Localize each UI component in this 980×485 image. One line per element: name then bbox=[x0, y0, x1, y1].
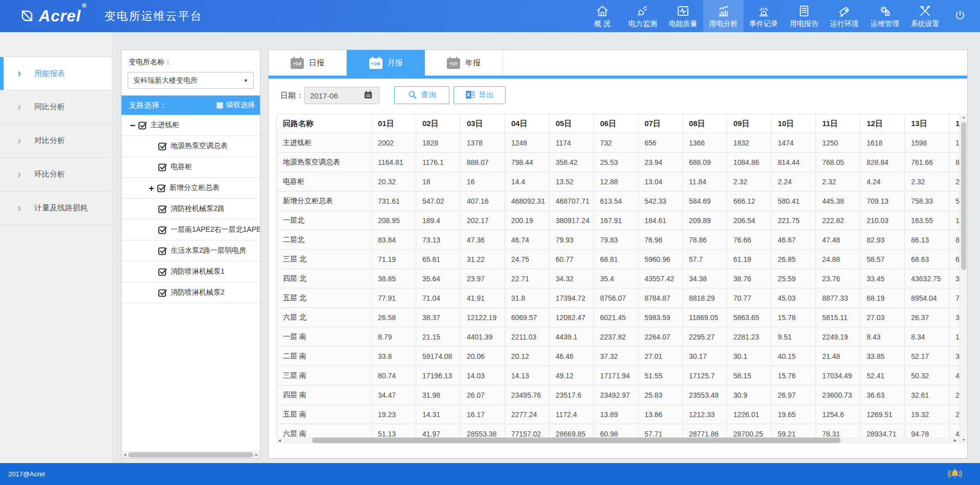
tree-item[interactable]: −主进线柜 bbox=[122, 115, 260, 136]
nav-item-energy-report[interactable]: 用电报告 bbox=[784, 0, 824, 32]
column-header-day: 09日 bbox=[727, 114, 772, 133]
nav-item-power-quality[interactable]: 电能质量 bbox=[663, 0, 703, 32]
sidebar-item-label: 环比分析 bbox=[34, 169, 65, 179]
value-cell: 828.84 bbox=[861, 153, 905, 172]
value-cell: 21.48 bbox=[816, 347, 861, 366]
checked-checkbox-icon[interactable] bbox=[138, 120, 148, 130]
checked-checkbox-icon[interactable] bbox=[157, 183, 166, 193]
horizontal-scrollbar[interactable]: ◀ ▶ bbox=[276, 437, 960, 444]
station-select-value: 安科瑞新大楼变电所 bbox=[133, 76, 198, 85]
notification-bell-icon[interactable] bbox=[947, 468, 963, 481]
checked-checkbox-icon[interactable] bbox=[158, 162, 168, 172]
tree-item[interactable]: +新增分立柜总表 bbox=[122, 178, 260, 199]
value-cell: 41.97 bbox=[416, 424, 461, 438]
vertical-scrollbar-thumb[interactable] bbox=[961, 122, 966, 270]
nav-item-label: 概 况 bbox=[594, 19, 611, 29]
circuit-name-cell: 六层 北 bbox=[277, 308, 372, 327]
value-cell: 24.88 bbox=[816, 250, 861, 269]
value-cell: 73.13 bbox=[416, 230, 461, 250]
scroll-left-icon[interactable]: ◀ bbox=[276, 437, 283, 444]
sidebar-item-环比分析[interactable]: ›环比分析 bbox=[0, 158, 112, 191]
scroll-left-icon[interactable]: ◀ bbox=[122, 452, 128, 458]
sidebar-item-label: 对比分析 bbox=[34, 136, 65, 146]
value-cell: 58.15 bbox=[727, 366, 772, 385]
value-cell: 761.66 bbox=[905, 153, 949, 172]
sidebar-item-对比分析[interactable]: ›对比分析 bbox=[0, 124, 112, 158]
nav-item-system-settings[interactable]: 系统设置 bbox=[905, 0, 945, 32]
sidebar-item-计量及线路损耗[interactable]: ›计量及线路损耗 bbox=[0, 191, 112, 225]
nav-item-energy-analysis[interactable]: 用电分析 bbox=[703, 0, 744, 32]
scroll-right-icon[interactable]: ▶ bbox=[253, 452, 260, 458]
value-cell: 35.64 bbox=[416, 269, 461, 288]
value-cell: 1254.6 bbox=[816, 405, 861, 424]
sidebar-item-用能报表[interactable]: ›用能报表 bbox=[0, 57, 112, 90]
expand-icon[interactable]: + bbox=[149, 183, 157, 193]
nav-item-label: 用电报告 bbox=[790, 19, 819, 29]
value-cell: 31.98 bbox=[416, 385, 461, 405]
value-cell: 4401.39 bbox=[461, 327, 505, 347]
nav-item-power-monitoring[interactable]: 电力监测 bbox=[623, 0, 663, 32]
checked-checkbox-icon[interactable] bbox=[158, 288, 168, 298]
value-cell: 5960.96 bbox=[638, 250, 683, 269]
tree-item-label: 地源热泵空调总表 bbox=[171, 141, 228, 151]
horizontal-scrollbar-thumb[interactable] bbox=[312, 438, 841, 443]
value-cell: 60.77 bbox=[549, 250, 594, 269]
power-button[interactable] bbox=[945, 0, 975, 32]
nav-item-overview[interactable]: 概 况 bbox=[582, 0, 623, 32]
export-button[interactable]: 导出 bbox=[453, 86, 506, 104]
value-cell: 15.78 bbox=[772, 308, 816, 327]
checked-checkbox-icon[interactable] bbox=[158, 225, 168, 235]
tree-item[interactable]: 一层南1APE2右一层北1APE1 bbox=[122, 220, 260, 240]
date-picker-button[interactable] bbox=[357, 87, 379, 104]
tree-item[interactable]: 消防喷淋机械泵2 bbox=[122, 282, 260, 303]
value-cell: 2237.82 bbox=[594, 327, 638, 347]
value-cell-clipped: 1 bbox=[949, 327, 960, 347]
value-cell-clipped: 2 bbox=[949, 172, 960, 191]
checked-checkbox-icon[interactable] bbox=[158, 267, 168, 277]
tree-item[interactable]: 消防栓机械泵2路 bbox=[122, 199, 260, 220]
tree-item[interactable]: 电容柜 bbox=[122, 157, 260, 178]
date-input[interactable] bbox=[304, 87, 357, 104]
nav-item-label: 运行环境 bbox=[830, 19, 859, 29]
checked-checkbox-icon[interactable] bbox=[158, 204, 168, 214]
tree-item[interactable]: 生活水泵2路一层弱电房 bbox=[122, 240, 260, 261]
value-cell: 8818.29 bbox=[683, 288, 727, 308]
scroll-up-icon[interactable]: ▲ bbox=[960, 114, 967, 121]
value-cell: 27.01 bbox=[638, 347, 683, 366]
value-cell: 2277.24 bbox=[505, 405, 549, 424]
value-cell: 82.93 bbox=[861, 230, 905, 250]
tree-item[interactable]: 消防喷淋机械泵1 bbox=[122, 261, 260, 282]
vertical-scrollbar[interactable]: ▲ ▼ bbox=[960, 114, 967, 444]
cascade-checkbox[interactable]: 级联选择 bbox=[217, 101, 255, 110]
value-cell: 16 bbox=[461, 172, 505, 191]
nav-item-event-log[interactable]: 事件记录 bbox=[744, 0, 784, 32]
sidebar-item-同比分析[interactable]: ›同比分析 bbox=[0, 90, 112, 124]
nav-item-environment[interactable]: 运行环境 bbox=[824, 0, 865, 32]
value-cell: 16.17 bbox=[461, 405, 505, 424]
tab-yearly-report[interactable]: +1Y 年报 bbox=[425, 50, 503, 76]
value-cell: 70.77 bbox=[727, 288, 772, 308]
panel-horizontal-scrollbar[interactable]: ◀ ▶ bbox=[122, 451, 260, 458]
value-cell: 40.15 bbox=[772, 347, 816, 366]
value-cell: 59.21 bbox=[772, 424, 816, 438]
query-button[interactable]: 查询 bbox=[394, 86, 449, 104]
value-cell: 210.03 bbox=[861, 211, 905, 230]
station-select[interactable]: 安科瑞新大楼变电所 ▼ bbox=[128, 72, 254, 89]
tab-monthly-report[interactable]: +1M 月报 bbox=[347, 50, 425, 76]
tab-daily-report[interactable]: +1d 日报 bbox=[269, 50, 347, 76]
value-cell: 17034.49 bbox=[816, 366, 861, 385]
panel-scrollbar-thumb[interactable] bbox=[128, 452, 253, 457]
value-cell: 888.07 bbox=[461, 153, 505, 172]
checked-checkbox-icon[interactable] bbox=[158, 141, 168, 151]
value-cell: 65.81 bbox=[416, 250, 461, 269]
value-cell: 71.19 bbox=[372, 250, 416, 269]
checked-checkbox-icon[interactable] bbox=[158, 246, 168, 256]
collapse-icon[interactable]: − bbox=[130, 120, 138, 130]
scroll-down-icon[interactable]: ▼ bbox=[960, 436, 967, 444]
scroll-right-icon[interactable]: ▶ bbox=[952, 437, 959, 444]
camera-icon bbox=[838, 4, 851, 18]
value-cell: 31.8 bbox=[505, 288, 549, 308]
table-row: 四层 北38.8535.6423.9722.7134.3235.443557.4… bbox=[277, 269, 960, 288]
nav-item-ops-management[interactable]: 运维管理 bbox=[865, 0, 905, 32]
tree-item[interactable]: 地源热泵空调总表 bbox=[122, 136, 260, 157]
